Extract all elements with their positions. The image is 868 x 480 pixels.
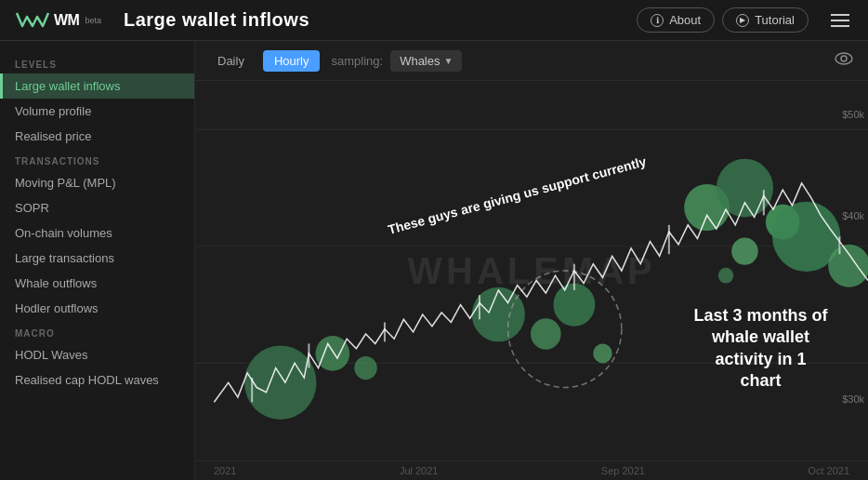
sidebar-item-onchain-volumes[interactable]: On-chain volumes [0,220,194,246]
svg-point-11 [593,343,612,363]
chart-toolbar: Daily Hourly sampling: Whales ▼ [195,41,868,81]
price-label-30k: $30k [842,393,864,405]
svg-point-5 [244,346,316,420]
svg-point-0 [835,53,852,64]
sampling-value: Whales [400,54,440,68]
hamburger-line-2 [831,20,849,21]
sampling-dropdown[interactable]: Whales ▼ [390,50,462,72]
visibility-button[interactable] [831,48,857,73]
macro-section-label: MACRO [0,321,194,342]
sidebar-item-realised-cap-hodl-waves[interactable]: Realised cap HODL waves [0,367,194,393]
about-label: About [669,13,701,27]
eye-icon [835,52,853,65]
play-icon: ▶ [736,14,749,27]
header-buttons: ℹ About ▶ Tutorial [637,7,853,33]
dropdown-arrow-icon: ▼ [443,56,453,66]
transactions-section-label: TRANSACTIONS [0,149,194,170]
x-label-jul2021: Jul 2021 [400,465,439,476]
header: WMbeta Large wallet inflows ℹ About ▶ Tu… [0,0,868,41]
svg-point-1 [841,56,847,61]
menu-button[interactable] [827,10,853,31]
logo-icon [15,9,50,32]
svg-point-15 [731,237,758,264]
sidebar-item-hodl-waves[interactable]: HODL Waves [0,342,194,367]
hamburger-line-3 [831,25,849,27]
tutorial-label: Tutorial [755,13,795,27]
chart-canvas: WHALEMAP $50k $40k $30k These guys are g… [195,81,868,460]
svg-point-7 [354,356,376,380]
x-label-2021: 2021 [214,465,236,476]
sidebar-item-moving-pl[interactable]: Moving P&L (MPL) [0,170,194,195]
sidebar-item-hodler-outflows[interactable]: Hodler outflows [0,296,194,321]
about-button[interactable]: ℹ About [637,7,715,33]
sidebar: LEVELS Large wallet inflows Volume profi… [0,41,195,480]
logo-text: WM [54,12,79,29]
sidebar-item-sopr[interactable]: SOPR [0,195,194,220]
tutorial-button[interactable]: ▶ Tutorial [722,7,809,33]
svg-point-17 [828,245,868,287]
price-label-40k: $40k [842,210,864,221]
x-label-sep2021: Sep 2021 [601,465,645,476]
sampling-label: sampling: [331,54,383,68]
x-axis: 2021 Jul 2021 Sep 2021 Oct 2021 [195,460,868,480]
sidebar-item-realised-price[interactable]: Realised price [0,124,194,149]
logo-beta: beta [85,16,101,25]
svg-point-18 [718,268,733,284]
price-label-50k: $50k [842,109,864,120]
levels-section-label: LEVELS [0,52,194,73]
sidebar-item-large-transactions[interactable]: Large transactions [0,246,194,271]
svg-point-6 [316,336,350,371]
sidebar-item-whale-outflows[interactable]: Whale outflows [0,271,194,296]
chart-svg [195,81,868,460]
daily-button[interactable]: Daily [206,50,256,72]
page-title: Large wallet inflows [124,9,637,31]
hamburger-line-1 [831,14,849,16]
sidebar-item-volume-profile[interactable]: Volume profile [0,99,194,124]
x-label-oct2021: Oct 2021 [808,465,849,476]
logo: WMbeta [15,9,101,32]
info-icon: ℹ [651,14,664,27]
main-layout: LEVELS Large wallet inflows Volume profi… [0,41,868,480]
hourly-button[interactable]: Hourly [263,50,321,72]
chart-area: Daily Hourly sampling: Whales ▼ WHALEMAP… [195,41,868,480]
sidebar-item-large-wallet-inflows[interactable]: Large wallet inflows [0,73,194,99]
svg-point-9 [531,318,561,349]
